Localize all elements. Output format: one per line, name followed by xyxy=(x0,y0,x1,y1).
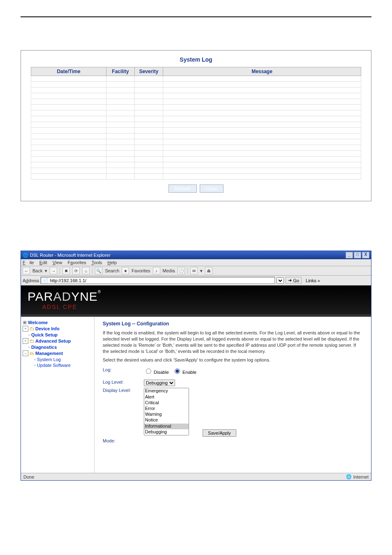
table-cell: user xyxy=(106,99,135,105)
displaylevel-select[interactable]: EmergencyAlertCriticalErrorWarningNotice… xyxy=(144,388,189,435)
table-cell: user xyxy=(106,105,135,111)
table-cell: user xyxy=(106,139,135,145)
level-option[interactable]: Alert xyxy=(144,394,189,400)
table-cell: crit xyxy=(135,82,163,88)
table-row: 1st day 00:00:43usercritklogd: OAM loopb… xyxy=(31,82,361,88)
nav-system-log[interactable]: ▫System Log xyxy=(23,357,92,362)
table-cell: user xyxy=(106,162,135,168)
toolbar-sep xyxy=(92,267,92,274)
table-row: 1st day 00:00:43usercritklogd: OAM loopb… xyxy=(31,139,361,145)
media-label[interactable]: Media xyxy=(163,268,175,273)
level-option[interactable]: Emergency xyxy=(144,388,189,394)
table-cell: klogd: OAM loopback response not receive… xyxy=(163,134,361,139)
search-icon[interactable]: 🔍 xyxy=(95,267,102,274)
table-cell: klogd: ADSL G.994 training xyxy=(163,111,361,116)
refresh-button[interactable]: Refresh xyxy=(168,184,197,193)
mail-dropdown-icon[interactable]: ▾ xyxy=(200,268,203,274)
table-cell: klogd: ADSL G.992 message exchange xyxy=(163,162,361,168)
table-cell: 1st day 00:00:43 xyxy=(31,162,106,168)
level-option[interactable]: Error xyxy=(144,406,189,412)
window-maximize-button[interactable]: □ xyxy=(354,252,361,258)
level-option[interactable]: Warning xyxy=(144,412,189,417)
table-row: 1st day 00:00:43usercritklogd: ADSL G.99… xyxy=(31,122,361,128)
config-heading: System Log -- Configuration xyxy=(103,321,363,327)
system-log-table: Date/Time Facility Severity Message 1st … xyxy=(31,67,361,180)
table-cell: klogd: ADSL link up, interleaved, us=64,… xyxy=(163,88,361,93)
log-enable-option[interactable]: Enable xyxy=(173,370,196,375)
menu-favorites[interactable]: Favorites xyxy=(68,260,86,265)
address-label: Address xyxy=(23,278,39,283)
save-apply-button[interactable]: Save/Apply xyxy=(203,429,236,437)
search-label[interactable]: Search xyxy=(105,268,119,273)
favorites-label[interactable]: Favorites xyxy=(131,268,150,273)
nav-diagnostics[interactable]: ▫Diagnostics xyxy=(23,344,92,350)
refresh-icon[interactable]: ⟳ xyxy=(72,267,80,274)
table-cell: user xyxy=(106,134,135,139)
history-icon[interactable]: 🕘 xyxy=(178,267,185,274)
window-minimize-button[interactable]: _ xyxy=(346,252,353,258)
table-cell: user xyxy=(106,82,135,88)
table-cell: klogd: OAM loopback response not receive… xyxy=(163,76,361,82)
expand-icon[interactable]: + xyxy=(23,338,28,344)
address-dropdown[interactable] xyxy=(277,277,284,284)
nav-management[interactable]: −🗁Management xyxy=(23,350,92,357)
window-close-button[interactable]: X xyxy=(362,252,369,258)
level-option[interactable]: Debugging xyxy=(144,429,189,435)
back-dropdown-icon[interactable]: ▾ xyxy=(45,268,47,274)
log-disable-option[interactable]: Disable xyxy=(144,370,169,375)
go-icon: ➜ xyxy=(288,278,292,283)
page-icon: ▫ xyxy=(34,363,36,368)
level-option[interactable]: Critical xyxy=(144,400,189,406)
back-icon[interactable]: ← xyxy=(23,267,30,274)
nav-update-software[interactable]: ▫Update Software xyxy=(23,362,92,368)
table-cell: crit xyxy=(135,151,163,157)
brand-subtitle: ADSL CPE xyxy=(42,304,364,310)
collapse-icon[interactable]: − xyxy=(23,350,28,356)
table-cell: 1st day 00:00:43 xyxy=(31,93,106,99)
links-label[interactable]: Links » xyxy=(306,278,320,283)
table-row: 1st day 00:00:43usercritklogd: OAM loopb… xyxy=(31,134,361,139)
page-icon: ▫ xyxy=(28,345,30,350)
nav-welcome[interactable]: ▣Welcome xyxy=(23,319,92,325)
table-cell: crit xyxy=(135,116,163,122)
table-cell: user xyxy=(106,128,135,134)
stop-icon[interactable]: ✖ xyxy=(62,267,70,274)
system-log-panel: System Log Date/Time Facility Severity M… xyxy=(21,50,371,201)
forward-icon[interactable]: → xyxy=(50,267,57,274)
folder-open-icon: 🗁 xyxy=(30,351,34,356)
menu-edit[interactable]: Edit xyxy=(39,260,47,265)
mail-icon[interactable]: ✉ xyxy=(190,267,198,274)
table-cell: emerg xyxy=(135,174,163,180)
expand-icon[interactable]: + xyxy=(23,326,28,332)
close-button[interactable]: Close xyxy=(200,184,224,193)
media-icon[interactable]: ♪ xyxy=(153,267,160,274)
menu-help[interactable]: Help xyxy=(107,260,117,265)
table-cell: user xyxy=(106,76,135,82)
globe-icon: 🌐 xyxy=(346,474,352,479)
table-cell: klogd: OAM loopback response not receive… xyxy=(163,151,361,157)
table-row: 1st day 00:00:43usercritklogd: ADSL link… xyxy=(31,88,361,93)
table-row: 1st day 00:00:43usercritklogd: OAM loopb… xyxy=(31,151,361,157)
menu-view[interactable]: View xyxy=(53,260,62,265)
table-row: 1st day 00:00:43usercritklogd: ADSL link… xyxy=(31,128,361,134)
table-cell: crit xyxy=(135,76,163,82)
status-bar: Done 🌐 Internet xyxy=(21,473,371,480)
table-cell: crit xyxy=(135,134,163,139)
print-icon[interactable]: 🖶 xyxy=(205,267,212,274)
nav-device-info[interactable]: +🗀Device Info xyxy=(23,325,92,332)
address-field[interactable]: 📄 http://192.168.1.1/ xyxy=(41,277,275,284)
level-option[interactable]: Informational xyxy=(144,424,189,429)
nav-quick-setup[interactable]: ▫Quick Setup xyxy=(23,332,92,338)
back-label[interactable]: Back xyxy=(32,268,42,273)
menu-file[interactable]: File xyxy=(23,260,34,265)
loglevel-select[interactable]: Debugging xyxy=(144,380,175,386)
col-facility: Facility xyxy=(106,67,135,76)
favorites-icon[interactable]: ★ xyxy=(122,267,129,274)
go-button[interactable]: ➜ Go xyxy=(286,277,302,284)
nav-advanced-setup[interactable]: +🗀Advanced Setup xyxy=(23,338,92,344)
home-icon[interactable]: ⌂ xyxy=(82,267,90,274)
table-row: 1st day 00:00:43usercritklogd: ADSL G.99… xyxy=(31,168,361,174)
menu-tools[interactable]: Tools xyxy=(92,260,102,265)
table-cell: 1st day 00:00:43 xyxy=(31,105,106,111)
level-option[interactable]: Notice xyxy=(144,417,189,423)
